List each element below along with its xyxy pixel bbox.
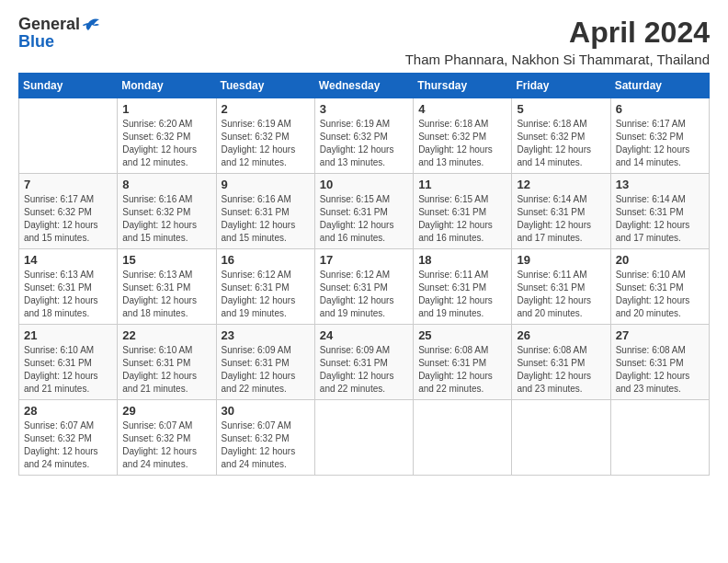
sunrise-text: Sunrise: 6:07 AM bbox=[222, 420, 291, 431]
page-container: General Blue April 2024 Tham Phannara, N… bbox=[18, 15, 710, 476]
day-info: Sunrise: 6:08 AMSunset: 6:31 PMDaylight:… bbox=[616, 344, 704, 396]
day-info: Sunrise: 6:18 AMSunset: 6:32 PMDaylight:… bbox=[517, 118, 605, 169]
day-number: 10 bbox=[320, 178, 408, 191]
day-number: 7 bbox=[24, 178, 112, 191]
calendar-cell: 20Sunrise: 6:10 AMSunset: 6:31 PMDayligh… bbox=[610, 249, 709, 325]
sunset-text: Sunset: 6:32 PM bbox=[122, 207, 190, 217]
calendar-cell: 16Sunrise: 6:12 AMSunset: 6:31 PMDayligh… bbox=[216, 249, 314, 325]
calendar-cell: 2Sunrise: 6:19 AMSunset: 6:32 PMDaylight… bbox=[216, 98, 314, 174]
day-info: Sunrise: 6:13 AMSunset: 6:31 PMDaylight:… bbox=[24, 269, 112, 320]
daylight-text: Daylight: 12 hours and 15 minutes. bbox=[222, 220, 296, 243]
daylight-text: Daylight: 12 hours and 19 minutes. bbox=[222, 295, 296, 318]
daylight-text: Daylight: 12 hours and 13 minutes. bbox=[418, 144, 493, 167]
day-number: 16 bbox=[222, 253, 310, 267]
sunrise-text: Sunrise: 6:10 AM bbox=[122, 345, 192, 355]
sunrise-text: Sunrise: 6:12 AM bbox=[222, 270, 291, 280]
sunset-text: Sunset: 6:32 PM bbox=[24, 207, 92, 217]
calendar-cell: 12Sunrise: 6:14 AMSunset: 6:31 PMDayligh… bbox=[512, 174, 610, 249]
daylight-text: Daylight: 12 hours and 21 minutes. bbox=[24, 371, 98, 394]
sunset-text: Sunset: 6:31 PM bbox=[222, 282, 290, 293]
col-sunday: Sunday bbox=[19, 74, 118, 98]
sunset-text: Sunset: 6:31 PM bbox=[122, 358, 190, 368]
day-number: 15 bbox=[122, 253, 210, 267]
sunset-text: Sunset: 6:31 PM bbox=[517, 282, 585, 293]
sunrise-text: Sunrise: 6:15 AM bbox=[320, 194, 390, 204]
daylight-text: Daylight: 12 hours and 12 minutes. bbox=[122, 144, 197, 167]
day-info: Sunrise: 6:11 AMSunset: 6:31 PMDaylight:… bbox=[517, 269, 605, 320]
calendar-cell: 18Sunrise: 6:11 AMSunset: 6:31 PMDayligh… bbox=[414, 249, 512, 325]
day-info: Sunrise: 6:16 AMSunset: 6:31 PMDaylight:… bbox=[222, 193, 310, 245]
day-number: 29 bbox=[122, 404, 210, 418]
calendar-cell: 29Sunrise: 6:07 AMSunset: 6:32 PMDayligh… bbox=[118, 400, 216, 476]
sunset-text: Sunset: 6:32 PM bbox=[517, 132, 585, 142]
day-number: 3 bbox=[320, 102, 408, 116]
daylight-text: Daylight: 12 hours and 20 minutes. bbox=[616, 295, 690, 318]
day-info: Sunrise: 6:10 AMSunset: 6:31 PMDaylight:… bbox=[122, 344, 210, 396]
header: General Blue April 2024 Tham Phannara, N… bbox=[18, 15, 710, 67]
main-title: April 2024 bbox=[405, 15, 710, 50]
logo-general-text: General bbox=[18, 15, 80, 34]
calendar-week-row: 1Sunrise: 6:20 AMSunset: 6:32 PMDaylight… bbox=[19, 98, 710, 174]
calendar-cell: 9Sunrise: 6:16 AMSunset: 6:31 PMDaylight… bbox=[216, 174, 314, 249]
daylight-text: Daylight: 12 hours and 12 minutes. bbox=[222, 144, 296, 167]
sunrise-text: Sunrise: 6:17 AM bbox=[24, 194, 94, 204]
day-number: 8 bbox=[122, 178, 210, 191]
calendar-cell: 28Sunrise: 6:07 AMSunset: 6:32 PMDayligh… bbox=[19, 400, 118, 476]
sunrise-text: Sunrise: 6:18 AM bbox=[517, 119, 586, 129]
sunrise-text: Sunrise: 6:10 AM bbox=[24, 345, 94, 355]
sunrise-text: Sunrise: 6:10 AM bbox=[616, 270, 686, 280]
calendar-cell: 19Sunrise: 6:11 AMSunset: 6:31 PMDayligh… bbox=[512, 249, 610, 325]
daylight-text: Daylight: 12 hours and 22 minutes. bbox=[320, 371, 394, 394]
day-info: Sunrise: 6:20 AMSunset: 6:32 PMDaylight:… bbox=[122, 118, 210, 169]
daylight-text: Daylight: 12 hours and 24 minutes. bbox=[222, 446, 296, 469]
day-number: 13 bbox=[616, 178, 704, 191]
daylight-text: Daylight: 12 hours and 24 minutes. bbox=[122, 446, 197, 469]
calendar-cell bbox=[414, 400, 512, 476]
day-number: 25 bbox=[418, 328, 506, 342]
sunset-text: Sunset: 6:32 PM bbox=[24, 433, 92, 443]
calendar-week-row: 28Sunrise: 6:07 AMSunset: 6:32 PMDayligh… bbox=[19, 400, 710, 476]
day-info: Sunrise: 6:12 AMSunset: 6:31 PMDaylight:… bbox=[320, 269, 408, 320]
col-thursday: Thursday bbox=[414, 74, 512, 98]
daylight-text: Daylight: 12 hours and 23 minutes. bbox=[517, 371, 591, 394]
day-number: 18 bbox=[418, 253, 506, 267]
daylight-text: Daylight: 12 hours and 15 minutes. bbox=[122, 220, 197, 243]
day-number: 12 bbox=[517, 178, 605, 191]
sunset-text: Sunset: 6:32 PM bbox=[122, 132, 190, 142]
sunset-text: Sunset: 6:31 PM bbox=[418, 358, 486, 368]
sunset-text: Sunset: 6:31 PM bbox=[418, 282, 486, 293]
sunset-text: Sunset: 6:32 PM bbox=[222, 132, 290, 142]
sunrise-text: Sunrise: 6:17 AM bbox=[616, 119, 686, 129]
day-number: 23 bbox=[222, 328, 310, 342]
sunset-text: Sunset: 6:32 PM bbox=[616, 132, 684, 142]
sunrise-text: Sunrise: 6:14 AM bbox=[517, 194, 586, 204]
sunset-text: Sunset: 6:32 PM bbox=[222, 433, 290, 443]
day-number: 28 bbox=[24, 404, 112, 418]
daylight-text: Daylight: 12 hours and 13 minutes. bbox=[320, 144, 394, 167]
calendar-cell: 7Sunrise: 6:17 AMSunset: 6:32 PMDaylight… bbox=[19, 174, 118, 249]
sunrise-text: Sunrise: 6:20 AM bbox=[122, 119, 192, 129]
sunrise-text: Sunrise: 6:13 AM bbox=[122, 270, 192, 280]
sunset-text: Sunset: 6:32 PM bbox=[320, 132, 388, 142]
sunrise-text: Sunrise: 6:16 AM bbox=[122, 194, 192, 204]
day-number: 20 bbox=[616, 253, 704, 267]
sunrise-text: Sunrise: 6:11 AM bbox=[418, 270, 488, 280]
daylight-text: Daylight: 12 hours and 23 minutes. bbox=[616, 371, 690, 394]
calendar-cell: 10Sunrise: 6:15 AMSunset: 6:31 PMDayligh… bbox=[314, 174, 413, 249]
sunrise-text: Sunrise: 6:19 AM bbox=[320, 119, 390, 129]
day-info: Sunrise: 6:07 AMSunset: 6:32 PMDaylight:… bbox=[24, 419, 112, 471]
day-info: Sunrise: 6:07 AMSunset: 6:32 PMDaylight:… bbox=[222, 419, 310, 471]
sunrise-text: Sunrise: 6:13 AM bbox=[24, 270, 94, 280]
calendar-cell: 24Sunrise: 6:09 AMSunset: 6:31 PMDayligh… bbox=[314, 325, 413, 400]
day-number: 2 bbox=[222, 102, 310, 116]
daylight-text: Daylight: 12 hours and 18 minutes. bbox=[122, 295, 197, 318]
col-tuesday: Tuesday bbox=[216, 74, 314, 98]
day-number: 4 bbox=[418, 102, 506, 116]
day-info: Sunrise: 6:17 AMSunset: 6:32 PMDaylight:… bbox=[616, 118, 704, 169]
calendar-cell: 17Sunrise: 6:12 AMSunset: 6:31 PMDayligh… bbox=[314, 249, 413, 325]
sunset-text: Sunset: 6:31 PM bbox=[517, 207, 585, 217]
day-number: 19 bbox=[517, 253, 605, 267]
sunrise-text: Sunrise: 6:19 AM bbox=[222, 119, 291, 129]
col-monday: Monday bbox=[118, 74, 216, 98]
sunrise-text: Sunrise: 6:07 AM bbox=[122, 420, 192, 431]
